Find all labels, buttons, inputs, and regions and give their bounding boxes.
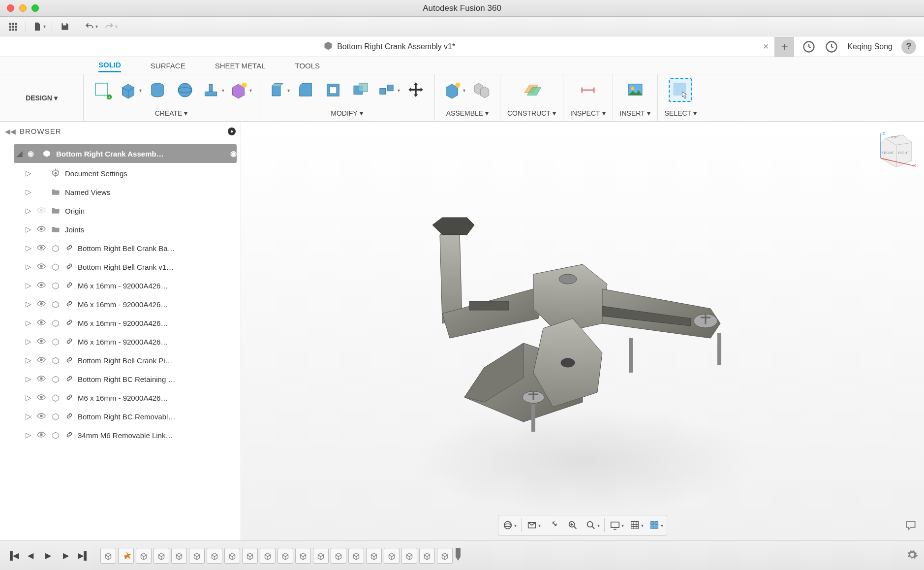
visibility-icon[interactable] [36, 244, 46, 253]
display-settings-button[interactable] [608, 517, 625, 533]
plane-button[interactable] [520, 78, 543, 102]
new-component-button[interactable] [442, 78, 465, 102]
sketch-button[interactable]: + [91, 78, 114, 102]
visibility-icon[interactable]: ◉ [28, 149, 37, 158]
timeline-step[interactable] [224, 548, 240, 564]
timeline-step[interactable] [331, 548, 346, 564]
ribbon-tab-surface[interactable]: SURFACE [151, 60, 185, 72]
combine-button[interactable] [349, 78, 372, 102]
close-tab-button[interactable]: × [763, 41, 769, 52]
expand-arrow-icon[interactable]: ▷ [26, 431, 32, 440]
timeline-step[interactable] [401, 548, 417, 564]
timeline-step[interactable] [384, 548, 400, 564]
visibility-icon[interactable] [36, 225, 46, 234]
expand-arrow-icon[interactable]: ▷ [26, 262, 32, 271]
data-panel-button[interactable] [4, 19, 22, 34]
visibility-icon[interactable] [36, 319, 46, 327]
timeline-step[interactable] [419, 548, 435, 564]
insert-button[interactable] [623, 78, 647, 102]
pan-button[interactable] [544, 517, 562, 533]
comments-button[interactable] [904, 519, 917, 534]
form-button[interactable] [228, 78, 252, 102]
timeline-step[interactable] [171, 548, 187, 564]
expand-arrow-icon[interactable]: ▷ [26, 188, 32, 196]
ribbon-tab-sheetmetal[interactable]: SHEET METAL [215, 60, 266, 72]
tree-item[interactable]: ▷M6 x 16mm - 92000A426… [0, 295, 241, 314]
timeline-step[interactable] [100, 548, 116, 564]
collapse-browser-button[interactable]: ◀◀ [5, 127, 16, 135]
expand-arrow-icon[interactable]: ▷ [26, 393, 32, 402]
viewport-layout-button[interactable] [647, 517, 665, 533]
grid-settings-button[interactable] [627, 517, 645, 533]
box-button[interactable] [118, 78, 142, 102]
ribbon-tab-solid[interactable]: SOLID [98, 59, 121, 72]
timeline-step[interactable] [154, 548, 169, 564]
tree-item[interactable]: ▷Bottom Right BC Retaining … [0, 370, 241, 388]
user-name[interactable]: Keqing Song [847, 42, 893, 51]
workspace-switcher[interactable]: DESIGN ▾ [0, 74, 84, 121]
timeline-step[interactable] [348, 548, 364, 564]
extensions-icon[interactable] [802, 40, 816, 54]
minimize-window-button[interactable] [19, 4, 27, 12]
timeline-step[interactable] [189, 548, 205, 564]
tree-item[interactable]: ▷Bottom Right Bell Crank v1… [0, 257, 241, 276]
sphere-button[interactable] [173, 78, 197, 102]
rib-button[interactable] [201, 78, 224, 102]
tree-item[interactable]: ▷34mm M6 Removable Link… [0, 426, 241, 444]
tree-item[interactable]: ▷Named Views [0, 183, 241, 201]
file-menu-button[interactable] [30, 19, 48, 34]
timeline-step[interactable] [207, 548, 222, 564]
maximize-window-button[interactable] [31, 4, 39, 12]
expand-arrow-icon[interactable]: ▷ [26, 206, 32, 215]
timeline-step[interactable] [242, 548, 258, 564]
expand-arrow-icon[interactable]: ▷ [26, 281, 32, 290]
job-status-icon[interactable] [825, 40, 838, 54]
tree-item[interactable]: ▷Bottom Right Bell Crank Pi… [0, 351, 241, 370]
expand-arrow-icon[interactable]: ▷ [26, 225, 32, 234]
timeline-first-button[interactable]: ▐◀ [6, 549, 20, 563]
tree-item[interactable]: ▷Bottom Right Bell Crank Ba… [0, 239, 241, 257]
visibility-icon[interactable] [36, 282, 46, 290]
visibility-icon[interactable] [36, 412, 46, 421]
timeline-prev-button[interactable]: ◀ [24, 549, 37, 563]
expand-arrow-icon[interactable]: ▷ [26, 169, 32, 178]
visibility-icon[interactable] [36, 431, 46, 440]
timeline-play-button[interactable]: ▶ [41, 549, 55, 563]
expand-arrow-icon[interactable]: ▷ [26, 300, 32, 309]
close-window-button[interactable] [7, 4, 14, 12]
visibility-icon[interactable] [36, 394, 46, 402]
expand-arrow-icon[interactable]: ▷ [26, 412, 32, 421]
presspull-button[interactable] [266, 78, 290, 102]
fillet-button[interactable] [294, 78, 317, 102]
browser-options-button[interactable]: ● [228, 127, 236, 135]
timeline-step[interactable] [277, 548, 293, 564]
tree-item[interactable]: ▷Bottom Right BC Removabl… [0, 407, 241, 426]
timeline-step[interactable] [260, 548, 276, 564]
tree-item[interactable]: ▷Joints [0, 220, 241, 239]
visibility-icon[interactable] [36, 263, 46, 271]
orbit-button[interactable] [500, 517, 518, 533]
timeline-step[interactable] [295, 548, 311, 564]
joint-button[interactable] [469, 78, 493, 102]
help-button[interactable]: ? [901, 39, 916, 54]
timeline-step[interactable] [313, 548, 329, 564]
redo-button[interactable] [102, 19, 120, 34]
undo-button[interactable] [82, 19, 100, 34]
viewcube[interactable]: TOP FRONT RIGHT z x [872, 129, 916, 174]
tree-item[interactable]: ▷M6 x 16mm - 92000A426… [0, 314, 241, 332]
radio-icon[interactable]: ◉ [230, 149, 237, 158]
timeline-step[interactable] [437, 548, 453, 564]
viewport-3d[interactable]: TOP FRONT RIGHT z x [241, 122, 924, 540]
zoom-button[interactable] [564, 517, 582, 533]
timeline-marker[interactable] [455, 547, 462, 565]
timeline-settings-button[interactable] [906, 549, 918, 563]
document-tab[interactable]: Bottom Right Crank Assembly v1* × [4, 36, 774, 57]
look-at-button[interactable] [524, 517, 542, 533]
timeline-last-button[interactable]: ▶▌ [77, 549, 91, 563]
tree-root[interactable]: ◢ ◉ Bottom Right Crank Assemb… ◉ [14, 144, 237, 163]
expand-arrow-icon[interactable]: ▷ [26, 375, 32, 383]
timeline-step[interactable] [118, 548, 134, 564]
tree-item[interactable]: ▷M6 x 16mm - 92000A426… [0, 332, 241, 351]
move-button[interactable] [404, 78, 428, 102]
expand-arrow-icon[interactable]: ▷ [26, 318, 32, 327]
